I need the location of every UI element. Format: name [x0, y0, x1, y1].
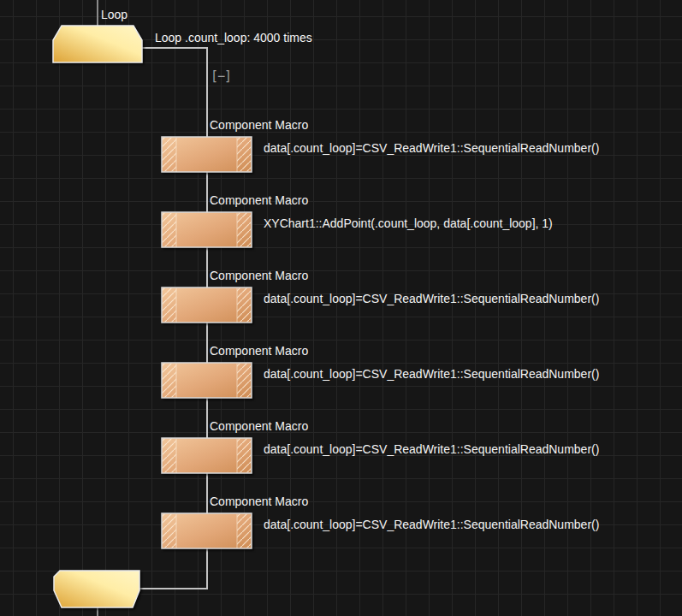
macro-row: Component Macro data[.count_loop]=CSV_Re…	[0, 419, 682, 495]
block-code: data[.count_loop]=CSV_ReadWrite1::Sequen…	[264, 518, 599, 532]
block-code: data[.count_loop]=CSV_ReadWrite1::Sequen…	[264, 442, 599, 457]
connector-spine-to-loop-end	[139, 588, 208, 589]
loop-name-label: Loop	[101, 8, 128, 22]
macro-row: Component Macro data[.count_loop]=CSV_Re…	[0, 118, 682, 193]
macro-row: Component Macro data[.count_loop]=CSV_Re…	[0, 269, 682, 344]
block-title: Component Macro	[210, 193, 308, 208]
block-code: XYChart1::AddPoint(.count_loop, data[.co…	[264, 216, 553, 231]
component-macro-block[interactable]	[160, 436, 254, 476]
macro-row: Component Macro XYChart1::AddPoint(.coun…	[0, 193, 682, 269]
block-title: Component Macro	[210, 269, 308, 283]
block-title: Component Macro	[210, 344, 308, 358]
macro-row: Component Macro data[.count_loop]=CSV_Re…	[0, 344, 682, 419]
loop-header-label: Loop .count_loop: 4000 times	[155, 31, 312, 45]
component-macro-block[interactable]	[160, 210, 254, 250]
block-code: data[.count_loop]=CSV_ReadWrite1::Sequen…	[264, 141, 599, 156]
macro-row: Component Macro data[.count_loop]=CSV_Re…	[0, 495, 682, 570]
block-title: Component Macro	[210, 495, 308, 509]
block-code: data[.count_loop]=CSV_ReadWrite1::Sequen…	[264, 292, 599, 306]
collapse-toggle-icon[interactable]: [−]	[211, 68, 231, 84]
block-title: Component Macro	[210, 419, 308, 434]
flowchart-canvas: Loop Loop .count_loop: 4000 times [−] Co…	[0, 0, 682, 616]
component-macro-block[interactable]	[160, 286, 254, 325]
connector-loop-begin-to-spine	[142, 47, 208, 49]
component-macro-block[interactable]	[160, 135, 254, 175]
loop-begin-shape[interactable]	[51, 23, 144, 64]
block-title: Component Macro	[210, 118, 308, 133]
loop-end-shape[interactable]	[51, 568, 144, 609]
component-macro-block[interactable]	[160, 512, 254, 551]
component-macro-block[interactable]	[160, 361, 254, 400]
block-code: data[.count_loop]=CSV_ReadWrite1::Sequen…	[264, 367, 599, 382]
